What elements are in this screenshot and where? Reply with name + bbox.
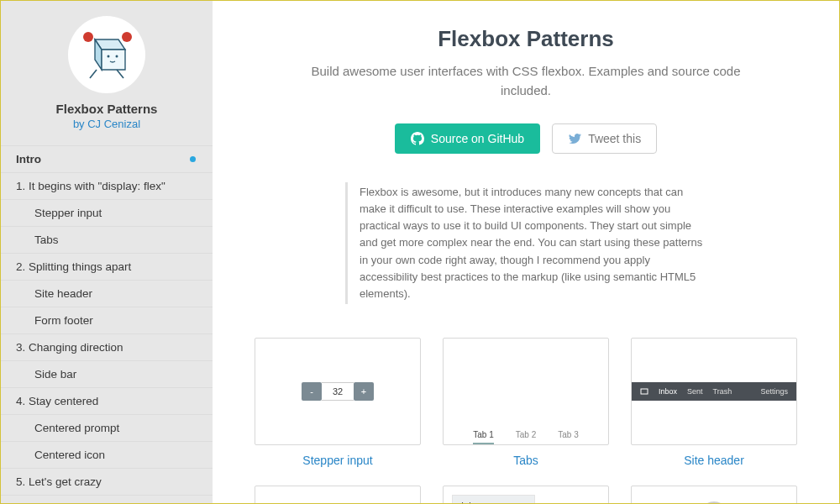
card-preview bbox=[255, 486, 421, 503]
card-site-header[interactable]: Inbox Sent Trash Settings Site header bbox=[631, 338, 797, 467]
card-side-bar[interactable]: Inbox Contacts bbox=[443, 486, 609, 503]
logo-wrap bbox=[1, 16, 213, 93]
nav-section-3[interactable]: 3. Changing direction bbox=[1, 333, 213, 360]
stepper-minus: - bbox=[302, 382, 322, 401]
card-stepper-input[interactable]: - 32 + Stepper input bbox=[255, 338, 421, 467]
card-label: Tabs bbox=[513, 454, 538, 467]
github-button[interactable]: Source on GitHub bbox=[395, 123, 540, 154]
button-row: Source on GitHub Tweet this bbox=[255, 123, 797, 154]
nav-site-header[interactable]: Site header bbox=[1, 280, 213, 307]
card-form-footer[interactable] bbox=[255, 486, 421, 503]
svg-point-5 bbox=[83, 32, 93, 42]
examples-row-2: Inbox Contacts bbox=[255, 486, 797, 503]
nav-centered-icon[interactable]: Centered icon bbox=[1, 441, 213, 468]
twitter-icon bbox=[568, 132, 581, 145]
card-preview: Inbox Sent Trash Settings bbox=[631, 338, 797, 445]
svg-point-3 bbox=[108, 55, 110, 58]
sidebar-title: Flexbox Patterns bbox=[1, 102, 213, 116]
nav-section-4[interactable]: 4. Stay centered bbox=[1, 387, 213, 414]
list-demo: Inbox Contacts bbox=[452, 495, 535, 503]
card-tabs[interactable]: Tab 1 Tab 2 Tab 3 Tabs bbox=[443, 338, 609, 467]
nav-section-2[interactable]: 2. Splitting things apart bbox=[1, 253, 213, 280]
card-centered-prompt[interactable] bbox=[631, 486, 797, 503]
logo bbox=[68, 16, 145, 93]
stepper-demo: - 32 + bbox=[302, 382, 374, 401]
cube-mascot-icon bbox=[76, 24, 137, 85]
sidebar-nav: Intro 1. It begins with "display: flex" … bbox=[1, 145, 213, 503]
nav-side-bar[interactable]: Side bar bbox=[1, 360, 213, 387]
siteheader-demo: Inbox Sent Trash Settings bbox=[632, 382, 796, 401]
stepper-plus: + bbox=[354, 382, 374, 401]
tweet-button[interactable]: Tweet this bbox=[552, 123, 657, 154]
card-label: Site header bbox=[684, 454, 744, 467]
nav-card[interactable]: Card bbox=[1, 495, 213, 503]
nav-centered-prompt[interactable]: Centered prompt bbox=[1, 414, 213, 441]
svg-marker-2 bbox=[102, 50, 125, 70]
page-subtitle: Build awesome user interfaces with CSS f… bbox=[307, 62, 744, 100]
svg-point-6 bbox=[122, 32, 132, 42]
card-preview: - 32 + bbox=[255, 338, 421, 445]
card-preview: Tab 1 Tab 2 Tab 3 bbox=[443, 338, 609, 445]
nav-tabs[interactable]: Tabs bbox=[1, 226, 213, 253]
tabs-demo: Tab 1 Tab 2 Tab 3 bbox=[444, 430, 608, 444]
page-title: Flexbox Patterns bbox=[255, 26, 797, 52]
examples-row-1: - 32 + Stepper input Tab 1 Tab 2 Tab 3 T… bbox=[255, 338, 797, 467]
smiley-icon bbox=[700, 501, 728, 503]
card-label: Stepper input bbox=[302, 454, 372, 467]
svg-line-7 bbox=[90, 70, 97, 78]
nav-section-1[interactable]: 1. It begins with "display: flex" bbox=[1, 172, 213, 199]
card-preview: Inbox Contacts bbox=[443, 486, 609, 503]
nav-stepper-input[interactable]: Stepper input bbox=[1, 199, 213, 226]
svg-line-8 bbox=[117, 70, 123, 78]
svg-point-4 bbox=[116, 55, 118, 58]
svg-rect-9 bbox=[641, 389, 648, 394]
main-content: Flexbox Patterns Build awesome user inte… bbox=[213, 1, 839, 503]
card-preview bbox=[631, 486, 797, 503]
inbox-icon bbox=[640, 387, 648, 396]
nav-section-5[interactable]: 5. Let's get crazy bbox=[1, 468, 213, 495]
github-icon bbox=[411, 132, 424, 145]
sidebar: Flexbox Patterns by CJ Cenizal Intro 1. … bbox=[1, 1, 213, 503]
active-dot-icon bbox=[190, 156, 196, 162]
sidebar-author[interactable]: by CJ Cenizal bbox=[1, 118, 213, 130]
intro-paragraph: Flexbox is awesome, but it introduces ma… bbox=[345, 182, 706, 304]
nav-form-footer[interactable]: Form footer bbox=[1, 307, 213, 333]
stepper-value: 32 bbox=[322, 382, 354, 401]
nav-intro[interactable]: Intro bbox=[1, 145, 213, 172]
